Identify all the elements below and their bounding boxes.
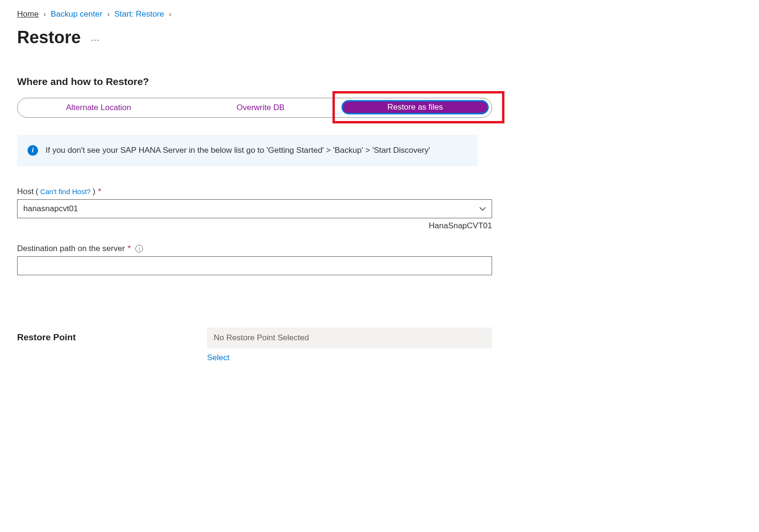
page-title: Restore (17, 28, 81, 47)
cant-find-host-link[interactable]: Can't find Host? (40, 187, 91, 196)
pill-alternate-location[interactable]: Alternate Location (18, 98, 180, 117)
chevron-right-icon: › (169, 10, 171, 19)
pill-overwrite-db[interactable]: Overwrite DB (180, 98, 342, 117)
host-select[interactable]: hanasnapcvt01 (17, 199, 492, 218)
destination-path-label-text: Destination path on the server (17, 244, 125, 253)
paren-open: ( (36, 187, 38, 196)
info-banner-text: If you don't see your SAP HANA Server in… (46, 144, 430, 157)
host-label: Host (Can't find Host?) * (17, 187, 492, 196)
restore-point-label: Restore Point (17, 327, 207, 363)
breadcrumb-home[interactable]: Home (17, 9, 38, 19)
required-star: * (128, 244, 131, 253)
breadcrumb-start-restore[interactable]: Start: Restore (114, 9, 164, 19)
restore-point-value: No Restore Point Selected (207, 327, 492, 348)
info-banner: i If you don't see your SAP HANA Server … (17, 135, 478, 166)
help-icon[interactable]: i (135, 245, 143, 252)
pill-restore-as-files[interactable]: Restore as files (342, 100, 489, 114)
breadcrumb-backup-center[interactable]: Backup center (51, 9, 103, 19)
restore-point-row: Restore Point No Restore Point Selected … (17, 327, 492, 363)
host-select-value: hanasnapcvt01 (23, 204, 78, 214)
host-helper: HanaSnapCVT01 (17, 221, 492, 231)
chevron-right-icon: › (43, 10, 46, 19)
host-label-text: Host (17, 187, 34, 196)
host-field: Host (Can't find Host?) * hanasnapcvt01 … (17, 187, 492, 231)
destination-path-input[interactable] (17, 256, 492, 275)
more-icon[interactable]: … (90, 32, 101, 43)
section-heading: Where and how to Restore? (17, 76, 742, 87)
required-star: * (98, 187, 102, 196)
breadcrumb: Home › Backup center › Start: Restore › (17, 9, 742, 19)
restore-point-select-link[interactable]: Select (207, 353, 229, 363)
restore-mode-group: Alternate Location Overwrite DB Restore … (17, 98, 492, 118)
page-title-row: Restore … (17, 28, 742, 47)
info-icon: i (28, 145, 38, 156)
chevron-right-icon: › (107, 10, 109, 19)
destination-path-field: Destination path on the server * i (17, 244, 492, 275)
paren-close: ) (93, 187, 95, 196)
chevron-down-icon (479, 205, 486, 213)
destination-path-label: Destination path on the server * i (17, 244, 492, 253)
